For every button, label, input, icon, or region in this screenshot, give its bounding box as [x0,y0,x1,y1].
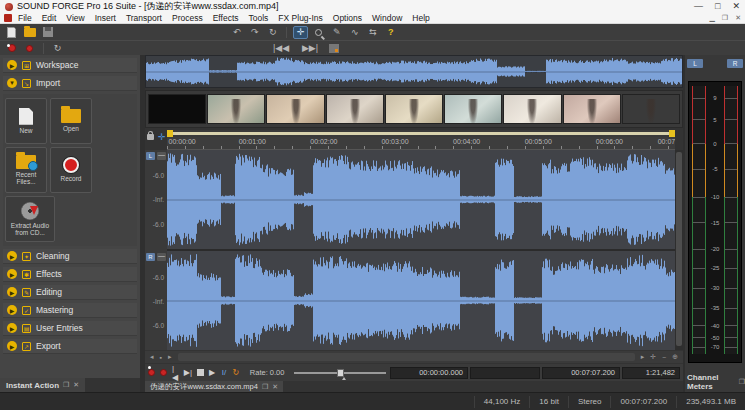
menu-item[interactable]: Window [372,13,402,23]
sidebar-section-effects[interactable]: ▶ ✱ Effects [3,267,137,282]
video-thumbnail-strip[interactable] [145,90,683,128]
loop-region[interactable] [167,132,675,135]
loop-playback-button[interactable]: ↻ [50,42,65,55]
expand-arrow-icon[interactable]: ▶ [7,287,17,297]
scrub-tool-button[interactable]: I/ [220,367,228,379]
zoom-play-icon[interactable]: ▸ [641,353,645,361]
slider-handle[interactable] [337,369,344,377]
extra-field[interactable]: 1:21,482 [622,367,680,379]
right-channel-button[interactable]: R [146,253,155,261]
new-action-tile[interactable]: New [5,98,47,144]
close-icon[interactable]: ✕ [272,383,278,391]
loop-button[interactable]: ↻ [232,367,240,379]
help-button[interactable]: ? [383,26,398,39]
scroll-left-icon[interactable]: ◂ [150,353,154,361]
maximize-button[interactable]: □ [715,0,720,13]
save-button[interactable] [40,26,55,39]
event-tool-button[interactable]: ⇆ [365,26,380,39]
position-field[interactable]: 00:00:00.000 [390,367,468,379]
menu-item[interactable]: Help [412,13,429,23]
horizontal-scrollbar[interactable]: ◂ ▪ ▸ ▸ ✛ − ⊕ [145,351,683,363]
minimize-channel-icon[interactable]: — [157,253,166,261]
snapshot-button[interactable] [326,42,341,55]
meter-right-button[interactable]: R [727,59,743,68]
minimize-channel-icon[interactable]: — [157,152,166,160]
menu-item[interactable]: File [18,13,32,23]
sidebar-section-cleaning[interactable]: ▶ ✦ Cleaning [3,249,137,264]
meter-left-button[interactable]: L [687,59,703,68]
dock-icon[interactable]: ❐ [739,378,745,386]
undo-button[interactable]: ↶ [229,26,244,39]
record-tile[interactable]: Record [50,147,92,193]
record-remote-button[interactable] [148,367,156,379]
magnify-tool-button[interactable] [311,26,326,39]
document-tab[interactable]: 伪递的安详www.ssdax.com.mp4 ❐ ✕ [145,381,283,392]
menu-item[interactable]: Transport [126,13,162,23]
mdi-close-button[interactable]: ✕ [735,14,741,22]
menu-item[interactable]: Insert [95,13,116,23]
scrollbar-track[interactable] [178,353,635,361]
record-button[interactable] [160,367,168,379]
vertical-scrollbar[interactable] [675,150,683,350]
loop-start-marker[interactable] [167,130,173,137]
open-button[interactable] [22,26,37,39]
menu-item[interactable]: Effects [213,13,239,23]
expand-arrow-icon[interactable]: ▶ [7,251,17,261]
collapse-arrow-icon[interactable]: ▼ [7,78,17,88]
selection-field[interactable] [470,367,540,379]
menu-item[interactable]: Options [333,13,362,23]
menu-item[interactable]: Tools [249,13,269,23]
go-to-start-button[interactable]: |◀◀ [268,42,294,55]
go-to-end-button[interactable]: ▶▶| [297,42,323,55]
left-channel-button[interactable]: L [146,152,155,160]
menu-item[interactable]: Process [172,13,203,23]
repeat-button[interactable]: ↻ [265,26,280,39]
stop-button[interactable] [196,367,204,379]
redo-button[interactable]: ↷ [247,26,262,39]
menu-item[interactable]: Edit [42,13,57,23]
play-button[interactable]: ▶ [208,367,216,379]
zoom-out-icon[interactable]: − [662,354,666,361]
lock-icon[interactable] [147,134,154,140]
minimize-button[interactable]: — [694,0,703,13]
sidebar-section-workspace[interactable]: ▶ ⊞ Workspace [3,58,137,73]
record-remote-button[interactable] [4,42,19,55]
left-channel-waveform[interactable] [167,150,675,249]
scrollbar-thumb[interactable] [676,152,682,346]
pan-icon[interactable]: ✛ [158,133,166,142]
go-to-end-button[interactable]: ▶| [184,367,192,379]
go-to-start-button[interactable]: |◀ [172,367,180,379]
envelope-tool-button[interactable]: ∿ [347,26,362,39]
new-file-button[interactable] [4,26,19,39]
record-button[interactable] [22,42,37,55]
close-button[interactable]: ✕ [732,0,740,13]
expand-arrow-icon[interactable]: ▶ [7,60,17,70]
menu-item[interactable]: View [66,13,84,23]
time-ruler[interactable]: 00:00:0000:01:0000:02:0000:03:0000:04:00… [167,137,675,150]
mdi-minimize-button[interactable]: ▁ [709,14,714,22]
pencil-tool-button[interactable]: ✎ [329,26,344,39]
sidebar-section-editing[interactable]: ▶ ✎ Editing [3,285,137,300]
edit-tool-button[interactable]: ✛ [293,26,308,39]
length-field[interactable]: 00:07:07.200 [542,367,620,379]
loop-region-bar[interactable] [167,130,675,137]
scroll-right-icon[interactable]: ▸ [168,353,172,361]
expand-arrow-icon[interactable]: ▶ [7,305,17,315]
meter-display[interactable]: 950-5-10-15-20-25-30-35-40-50-70 L R [688,81,742,363]
extract-audio-tile[interactable]: Extract Audio from CD... [5,196,55,242]
zoom-in-icon[interactable]: ⊕ [672,353,678,361]
instant-action-tab[interactable]: Instant Action ❐ ✕ [0,378,85,392]
right-channel-waveform[interactable] [167,251,675,350]
menu-item[interactable]: FX Plug-Ins [278,13,322,23]
loop-end-marker[interactable] [669,130,675,137]
float-icon[interactable]: ❐ [63,381,69,389]
close-icon[interactable]: ✕ [73,381,79,389]
zoom-fit-icon[interactable]: ✛ [650,353,656,361]
expand-arrow-icon[interactable]: ▶ [7,323,17,333]
expand-arrow-icon[interactable]: ▶ [7,269,17,279]
expand-arrow-icon[interactable]: ▶ [7,341,17,351]
float-icon[interactable]: ❐ [262,383,268,391]
overview-bar[interactable] [145,55,683,88]
sidebar-section-export[interactable]: ▶ ↗ Export [3,339,137,354]
waveform-display[interactable] [167,150,675,350]
